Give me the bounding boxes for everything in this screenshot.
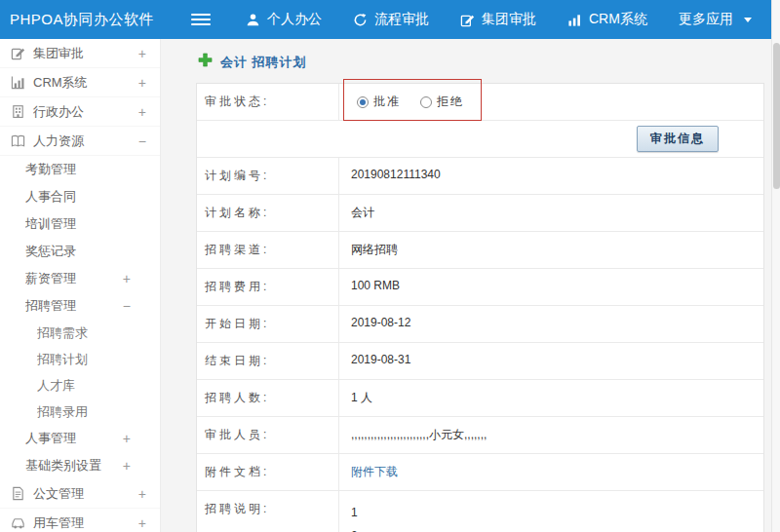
attachment-download-link[interactable]: 附件下载: [351, 465, 398, 478]
flow-icon: [353, 13, 368, 27]
sidebar-item-label: 人才库: [37, 377, 146, 395]
sidebar-item-attendance[interactable]: 考勤管理: [0, 156, 160, 183]
sidebar-item-label: 行政办公: [33, 103, 138, 121]
expand-icon[interactable]: +: [138, 516, 146, 530]
scrollbar-thumb[interactable]: [773, 43, 780, 189]
chart-icon: [567, 13, 582, 27]
sidebar-item-label: 人力资源: [33, 133, 138, 150]
nav-workflow-approval[interactable]: 流程审批: [353, 11, 429, 28]
field-value: ,,,,,,,,,,,,,,,,,,,,,,,,小元女,,,,,,,: [339, 417, 763, 453]
sidebar-item-personnel-mgmt[interactable]: 人事管理 +: [0, 425, 160, 452]
book-icon: [10, 133, 25, 149]
row-attachment: 附件文档: 附件下载: [197, 453, 763, 490]
field-label: 计划名称:: [197, 195, 339, 231]
collapse-icon[interactable]: −: [138, 134, 146, 148]
sidebar-item-recruit-hire[interactable]: 招聘录用: [0, 399, 160, 425]
building-icon: [10, 104, 25, 120]
field-label: 招聘渠道:: [197, 232, 339, 268]
field-label: 计划编号:: [197, 158, 339, 194]
nav-group-approval[interactable]: 集团审批: [460, 11, 536, 28]
sidebar-item-hr-contract[interactable]: 人事合同: [0, 183, 160, 210]
sidebar-item-vehicle-mgmt[interactable]: 用车管理 +: [0, 509, 160, 532]
sidebar-item-talent-pool[interactable]: 人才库: [0, 372, 160, 399]
field-value: 1 2: [339, 491, 763, 532]
sidebar-item-label: 招聘需求: [37, 324, 146, 342]
sidebar-item-group-approval[interactable]: 集团审批 +: [0, 39, 160, 68]
sidebar-item-rewards[interactable]: 奖惩记录: [0, 238, 160, 265]
nav-personal-office[interactable]: 个人办公: [246, 11, 322, 28]
sidebar-item-label: 招聘录用: [37, 403, 146, 421]
field-label: 招聘费用:: [197, 269, 339, 305]
doc-icon: [10, 486, 25, 502]
main-content: 会计 招聘计划 审批状态: 批准 拒绝: [161, 39, 780, 532]
person-icon: [246, 13, 260, 27]
page-body: 集团审批 + CRM系统 + 行政办公 + 人力资源 − 考勤管理: [0, 39, 780, 532]
radio-approve[interactable]: 批准: [357, 94, 401, 110]
sidebar-item-base-category[interactable]: 基础类别设置 +: [0, 452, 160, 479]
radio-label: 拒绝: [437, 94, 464, 110]
approval-form: 审批状态: 批准 拒绝: [196, 83, 764, 532]
menu-icon[interactable]: [191, 14, 211, 25]
field-label: 审批状态:: [197, 84, 339, 120]
radio-reject[interactable]: 拒绝: [420, 94, 464, 110]
sidebar-item-label: 集团审批: [33, 45, 138, 62]
nav-label: 流程审批: [374, 11, 429, 28]
sidebar-item-recruit-demand[interactable]: 招聘需求: [0, 320, 160, 346]
nav-label: 个人办公: [267, 11, 322, 28]
field-value: 20190812111340: [339, 158, 763, 194]
row-approval-status: 审批状态: 批准 拒绝: [197, 84, 763, 120]
row-approvers: 审批人员: ,,,,,,,,,,,,,,,,,,,,,,,,小元女,,,,,,,: [197, 416, 763, 453]
radio-label: 批准: [373, 94, 401, 110]
field-value: 2019-08-31: [339, 343, 763, 379]
sidebar-item-label: 考勤管理: [25, 161, 131, 178]
radio-button-icon[interactable]: [420, 96, 432, 108]
sidebar-item-hr[interactable]: 人力资源 −: [0, 127, 160, 156]
sidebar-item-training[interactable]: 培训管理: [0, 210, 160, 238]
sidebar-item-salary-mgmt[interactable]: 薪资管理 +: [0, 265, 160, 292]
field-value: 100 RMB: [339, 269, 763, 305]
expand-icon[interactable]: +: [123, 459, 131, 473]
sidebar-item-recruit-plan[interactable]: 招聘计划: [0, 346, 160, 372]
row-plan-number: 计划编号: 20190812111340: [197, 157, 763, 194]
expand-icon[interactable]: +: [123, 272, 131, 285]
row-plan-name: 计划名称: 会计: [197, 194, 763, 231]
expand-icon[interactable]: +: [138, 76, 146, 90]
sidebar-item-label: 人事合同: [25, 188, 131, 206]
sidebar-item-label: 公文管理: [33, 485, 138, 503]
edit-icon: [10, 46, 25, 61]
top-navigation: 个人办公 流程审批 集团审批 CRM系统 更多应用: [214, 11, 752, 28]
add-icon: [198, 53, 213, 71]
field-label: 招聘说明:: [197, 491, 339, 532]
page-title: 会计 招聘计划: [220, 54, 307, 71]
sidebar-item-admin-office[interactable]: 行政办公 +: [0, 97, 160, 127]
expand-icon[interactable]: +: [138, 105, 146, 119]
field-label: 开始日期:: [197, 306, 339, 342]
sidebar-item-document-mgmt[interactable]: 公文管理 +: [0, 479, 160, 509]
approval-info-button[interactable]: 审批信息: [637, 126, 719, 152]
sidebar: 集团审批 + CRM系统 + 行政办公 + 人力资源 − 考勤管理: [0, 39, 161, 532]
sidebar-item-recruit-mgmt[interactable]: 招聘管理 −: [0, 292, 160, 320]
expand-icon[interactable]: +: [138, 487, 146, 501]
caret-down-icon: [744, 18, 752, 22]
app-title: PHPOA协同办公软件: [0, 11, 191, 29]
expand-icon[interactable]: +: [138, 47, 146, 60]
row-headcount: 招聘人数: 1 人: [197, 379, 763, 416]
expand-icon[interactable]: +: [123, 432, 131, 445]
nav-crm[interactable]: CRM系统: [567, 11, 647, 28]
row-end-date: 结束日期: 2019-08-31: [197, 342, 763, 379]
sidebar-item-label: 招聘计划: [37, 351, 146, 368]
radio-button-icon[interactable]: [357, 96, 369, 108]
nav-more-apps[interactable]: 更多应用: [679, 11, 752, 28]
nav-label: 更多应用: [679, 11, 733, 28]
row-recruit-description: 招聘说明: 1 2: [197, 490, 763, 532]
sidebar-item-label: 基础类别设置: [25, 457, 123, 475]
sidebar-item-label: 用车管理: [33, 514, 138, 532]
row-recruit-channel: 招聘渠道: 网络招聘: [197, 231, 763, 268]
sidebar-item-crm[interactable]: CRM系统 +: [0, 68, 160, 97]
collapse-icon[interactable]: −: [123, 299, 131, 313]
field-value: 会计: [339, 195, 763, 231]
sidebar-item-label: 奖惩记录: [25, 243, 131, 260]
nav-label: CRM系统: [589, 11, 647, 28]
vertical-scrollbar[interactable]: [771, 0, 780, 532]
field-label: 附件文档:: [197, 454, 339, 490]
